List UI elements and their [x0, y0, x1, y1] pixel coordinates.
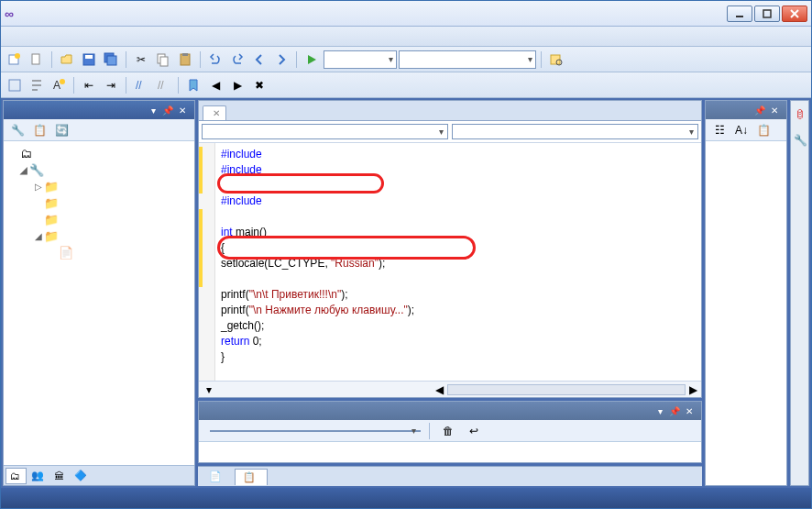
tb2-btn-2[interactable] — [27, 75, 47, 95]
redo-button[interactable] — [227, 50, 247, 70]
menu-team[interactable] — [104, 35, 118, 39]
code-editor[interactable]: #include #include #include int main() { … — [199, 143, 701, 381]
folder-icon — [44, 195, 59, 210]
hscrollbar[interactable] — [447, 384, 686, 395]
se-tab-1[interactable]: 🗂 — [5, 468, 27, 484]
menu-debug[interactable] — [87, 35, 102, 39]
pin-icon[interactable]: 📌 — [753, 104, 766, 116]
paste-button[interactable] — [175, 50, 195, 70]
config-combo[interactable] — [324, 50, 397, 69]
panel-close-icon[interactable]: ✕ — [683, 404, 696, 417]
tab-output[interactable]: 📋 — [235, 469, 268, 485]
svg-text://: // — [158, 79, 164, 92]
tab-code-definition[interactable]: 📄 — [202, 469, 233, 484]
tb2-bookmark-clear[interactable]: ✖ — [249, 75, 269, 95]
svg-rect-8 — [85, 55, 93, 59]
folder-resources[interactable]: ◢ — [7, 227, 191, 244]
tab-close-icon[interactable]: ✕ — [213, 108, 220, 118]
file-main-c[interactable] — [7, 244, 191, 260]
menu-window[interactable] — [203, 35, 217, 39]
code-content[interactable]: #include #include #include int main() { … — [215, 143, 701, 381]
svg-rect-1 — [763, 10, 771, 17]
props-categorized-button[interactable]: ☷ — [709, 120, 730, 140]
pin-icon[interactable]: 📌 — [161, 104, 174, 116]
menu-tools[interactable] — [137, 35, 151, 39]
menu-architecture[interactable] — [153, 35, 168, 39]
tb2-indent-in[interactable]: ⇥ — [101, 75, 121, 95]
menu-view[interactable] — [38, 35, 52, 39]
solution-explorer-toolbar: 🔧 📋 🔄 — [4, 119, 194, 141]
copy-button[interactable] — [153, 50, 173, 70]
menu-help[interactable] — [219, 35, 234, 39]
minimize-button[interactable] — [727, 6, 752, 22]
editor-gutter — [199, 143, 215, 381]
cut-button[interactable]: ✂ — [131, 50, 151, 70]
tb2-btn-3[interactable]: A — [49, 75, 69, 95]
menu-edit[interactable] — [21, 35, 36, 39]
output-wrap-button[interactable]: ↩ — [464, 421, 484, 441]
open-button[interactable] — [57, 50, 77, 70]
scope-combo[interactable] — [202, 124, 448, 139]
props-pages-button[interactable]: 📋 — [753, 120, 774, 140]
folder-source[interactable] — [7, 211, 191, 227]
se-show-all-button[interactable]: 📋 — [29, 120, 49, 140]
tb2-comment[interactable]: // — [131, 75, 151, 95]
nav-forward-button[interactable] — [271, 50, 291, 70]
properties-header: 📌 ✕ — [706, 101, 786, 119]
tb2-bookmark-next[interactable]: ▶ — [227, 75, 247, 95]
folder-icon — [44, 179, 59, 194]
se-tab-3[interactable]: 🏛 — [50, 469, 70, 483]
menu-test[interactable] — [170, 35, 184, 39]
new-project-button[interactable] — [5, 50, 25, 70]
hscroll-left[interactable]: ◀ — [435, 383, 444, 396]
menu-file[interactable] — [5, 35, 19, 39]
se-properties-button[interactable]: 🔧 — [7, 120, 27, 140]
toolbox-tab[interactable]: 🔧 — [794, 133, 807, 147]
project-node[interactable]: ◢ — [7, 161, 191, 178]
props-alphabetical-button[interactable]: A↓ — [731, 120, 752, 140]
maximize-button[interactable] — [754, 6, 780, 22]
pin-icon[interactable]: 📌 — [668, 404, 681, 417]
save-button[interactable] — [79, 50, 99, 70]
tb2-bookmark-prev[interactable]: ◀ — [205, 75, 225, 95]
find-in-files-button[interactable] — [546, 50, 566, 70]
dropdown-icon[interactable]: ▾ — [147, 104, 159, 116]
menu-data[interactable] — [120, 35, 135, 39]
solution-explorer-header: ▾ 📌 ✕ — [4, 101, 194, 119]
menu-project[interactable] — [54, 35, 69, 39]
undo-button[interactable] — [205, 50, 225, 70]
nav-back-button[interactable] — [249, 50, 269, 70]
solution-node[interactable] — [7, 145, 191, 161]
output-source-combo[interactable] — [210, 430, 421, 432]
tb2-indent-out[interactable]: ⇤ — [79, 75, 99, 95]
editor-tab-main-c[interactable]: ✕ — [203, 105, 226, 120]
tb2-uncomment[interactable]: // — [153, 75, 173, 95]
panel-close-icon[interactable]: ✕ — [176, 104, 189, 116]
menu-build[interactable] — [71, 35, 85, 39]
se-refresh-button[interactable]: 🔄 — [51, 120, 71, 140]
folder-external-deps[interactable]: ▷ — [7, 178, 191, 194]
solution-tree[interactable]: ◢ ▷ ◢ — [4, 141, 194, 465]
save-all-button[interactable] — [101, 50, 121, 70]
hscroll-right[interactable]: ▶ — [689, 383, 697, 396]
member-combo[interactable] — [452, 124, 698, 139]
tb2-bookmark[interactable] — [183, 75, 203, 95]
properties-grid[interactable] — [706, 141, 786, 485]
dropdown-icon[interactable]: ▾ — [653, 404, 666, 417]
close-button[interactable] — [782, 6, 807, 22]
platform-combo[interactable] — [399, 50, 536, 69]
server-explorer-tab[interactable]: 🛢 — [794, 108, 807, 120]
folder-headers[interactable] — [7, 194, 191, 211]
tb2-btn-1[interactable] — [5, 75, 25, 95]
menu-analyze[interactable] — [186, 35, 201, 39]
svg-rect-6 — [32, 54, 39, 64]
editor-zoom-bar: ▾ ◀▶ — [199, 381, 701, 397]
svg-text:A: A — [53, 79, 60, 92]
panel-close-icon[interactable]: ✕ — [768, 104, 781, 116]
start-debug-button[interactable] — [302, 50, 322, 70]
output-clear-button[interactable]: 🗑 — [438, 421, 458, 441]
se-tab-4[interactable]: 🔷 — [71, 468, 93, 483]
se-tab-2[interactable]: 👥 — [27, 468, 49, 483]
add-item-button[interactable] — [27, 50, 47, 70]
editor-nav-bar — [199, 121, 701, 143]
